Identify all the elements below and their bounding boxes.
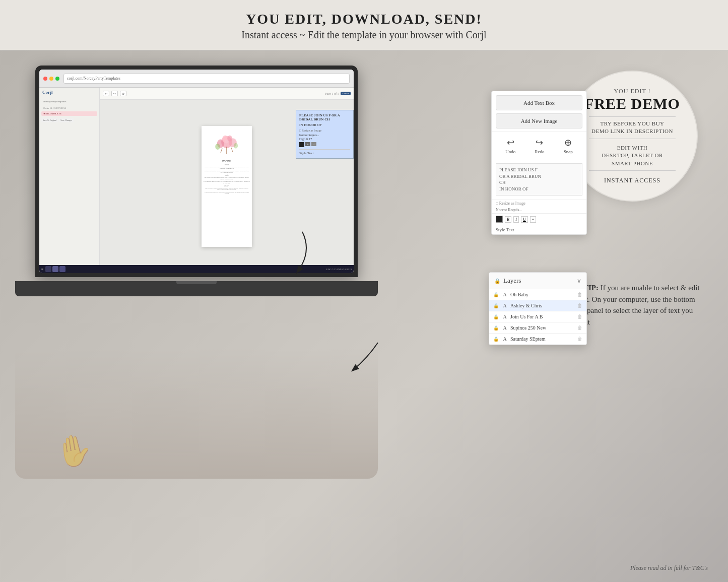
- orders-btn[interactable]: Orders: [341, 92, 351, 95]
- underline-btn[interactable]: U: [521, 216, 528, 223]
- nav-brand: NorcayPartyTemplates: [41, 99, 97, 104]
- snap-control[interactable]: ⊕ Snap: [564, 137, 573, 154]
- demo-you-edit-label: YOU EDIT !: [614, 88, 650, 95]
- browser-chrome: corjl.com/NorcayPartyTemplates: [39, 70, 354, 88]
- layer-lock-icon: 🔒: [493, 337, 499, 342]
- layer-lock-icon: 🔒: [493, 303, 499, 308]
- editor-canvas-area: menu entrée CRISPY PEKING DUCK ROLL SWEE…: [100, 100, 354, 273]
- layer-delete-icon[interactable]: 🗑: [577, 303, 582, 308]
- taskbar-icon: [52, 266, 58, 272]
- layers-list: 🔒 A Oh Baby 🗑 🔒 A Ashley & Chris 🗑 🔒 A J…: [489, 289, 586, 345]
- style-text-label: Style Text: [496, 227, 514, 232]
- footer-note: Please read ad in full for T&C's: [630, 564, 708, 572]
- layer-item[interactable]: 🔒 A Ashley & Chris 🗑: [489, 300, 586, 311]
- layers-header: 🔒 Layers ∨: [489, 273, 586, 289]
- svg-point-5: [225, 140, 228, 143]
- corjl-sidebar: Corjl NorcayPartyTemplates Order Id: 150…: [39, 88, 100, 273]
- redo-icon: ↪: [535, 137, 544, 148]
- layers-title-text: Layers: [503, 277, 521, 285]
- taskbar-icon: [59, 266, 65, 272]
- layer-delete-icon[interactable]: 🗑: [577, 325, 582, 331]
- add-new-image-button[interactable]: Add New Image: [496, 113, 582, 128]
- layer-delete-icon[interactable]: 🗑: [577, 314, 582, 319]
- undo-label: Undo: [505, 149, 515, 154]
- layer-type-icon: A: [501, 314, 508, 319]
- top-banner: YOU EDIT, DOWNLOAD, SEND! Instant access…: [0, 0, 728, 50]
- taskbar-icon: [45, 266, 51, 272]
- menu-card: menu entrée CRISPY PEKING DUCK ROLL SWEE…: [202, 126, 252, 247]
- snap-label: Snap: [564, 149, 573, 154]
- italic-btn[interactable]: I: [513, 216, 519, 223]
- layer-type-icon: A: [501, 303, 508, 308]
- layer-name: Supinos 250 New: [510, 325, 577, 331]
- hand-icon: ✋: [52, 430, 96, 472]
- main-title: YOU EDIT, DOWNLOAD, SEND!: [0, 11, 728, 27]
- snap-toolbar-btn[interactable]: ⊕: [120, 91, 126, 96]
- layer-type-icon: A: [501, 336, 508, 342]
- layer-lock-icon: 🔒: [493, 292, 499, 297]
- add-text-box-button[interactable]: Add Text Box: [496, 95, 582, 110]
- svg-point-7: [234, 143, 238, 149]
- layer-item[interactable]: 🔒 A Oh Baby 🗑: [489, 289, 586, 300]
- demo-instant-label: INSTANT ACCESS: [604, 177, 660, 184]
- editor-toolbar: ↩ ↪ ⊕ Page 1 of 1 Orders: [100, 88, 354, 100]
- style-text-row: Style Text: [492, 225, 586, 234]
- url-bar[interactable]: corjl.com/NorcayPartyTemplates: [63, 74, 350, 84]
- align-left-btn[interactable]: ≡: [530, 216, 537, 223]
- laptop-notch: [176, 281, 217, 284]
- layer-item[interactable]: 🔒 A Saturday SEptem 🗑: [489, 334, 586, 345]
- laptop-screen-outer: corjl.com/NorcayPartyTemplates Corjl Nor…: [35, 66, 358, 277]
- snap-icon: ⊕: [564, 137, 573, 148]
- layer-lock-icon: 🔒: [493, 326, 499, 331]
- layer-delete-icon[interactable]: 🗑: [577, 292, 582, 297]
- layer-name: Saturday SEptem: [510, 336, 577, 342]
- main-area: corjl.com/NorcayPartyTemplates Corjl Nor…: [0, 50, 728, 582]
- layer-item[interactable]: 🔒 A Join Us For A B 🗑: [489, 311, 586, 322]
- corjl-logo: Corjl: [39, 88, 99, 97]
- corjl-nav: NorcayPartyTemplates Order Id: 150975019…: [39, 97, 99, 124]
- redo-label: Redo: [535, 149, 544, 154]
- laptop-base: [15, 281, 378, 296]
- layer-delete-icon[interactable]: 🗑: [577, 336, 582, 342]
- undo-icon: ↩: [505, 137, 515, 148]
- taskbar-icons: [45, 266, 65, 272]
- maximize-dot[interactable]: [55, 77, 59, 81]
- panel-text-preview: PLEASE JOIN US FOR A BRIDAL BRUNCHIN HON…: [496, 163, 582, 196]
- layer-name: Join Us For A B: [510, 314, 577, 319]
- close-dot[interactable]: [43, 77, 47, 81]
- demo-divider-3: [589, 170, 676, 171]
- canvas-panel: menu entrée CRISPY PEKING DUCK ROLL SWEE…: [100, 100, 354, 273]
- layers-panel: 🔒 Layers ∨ 🔒 A Oh Baby 🗑 🔒 A Ashley & Ch…: [489, 272, 587, 345]
- sub-title: Instant access ~ Edit the template in yo…: [0, 29, 728, 41]
- browser-content: Corjl NorcayPartyTemplates Order Id: 150…: [39, 88, 354, 273]
- save-original-btn[interactable]: Save To Original: [41, 118, 58, 122]
- layers-title: 🔒 Layers: [494, 277, 521, 285]
- color-swatch[interactable]: [496, 216, 503, 223]
- browser-dots: [43, 77, 59, 81]
- layer-type-icon: A: [501, 325, 508, 331]
- svg-point-6: [215, 144, 220, 150]
- layer-name: Ashley & Chris: [510, 303, 577, 308]
- minimize-dot[interactable]: [49, 77, 53, 81]
- layer-name: Oh Baby: [510, 292, 577, 297]
- bold-btn[interactable]: B: [505, 216, 511, 223]
- save-changes-btn[interactable]: Save Changes: [59, 118, 74, 122]
- panel-controls: ↩ Undo ↪ Redo ⊕ Snap: [492, 132, 586, 159]
- redo-toolbar-btn[interactable]: ↪: [111, 91, 118, 96]
- demo-divider-2: [589, 139, 676, 139]
- demo-free-demo-label: FREE DEMO: [584, 96, 680, 111]
- floral-decoration: [212, 126, 242, 161]
- undo-control[interactable]: ↩ Undo: [505, 137, 515, 154]
- corjl-panel-overlay: Add Text Box Add New Image ↩ Undo ↪ Redo…: [491, 91, 587, 235]
- editor-main: ↩ ↪ ⊕ Page 1 of 1 Orders: [100, 88, 354, 273]
- redo-control[interactable]: ↪ Redo: [535, 137, 544, 154]
- taskbar: ⊞ ENG 7:25 PM 6/18/2019: [39, 265, 354, 273]
- layer-lock-icon: 🔒: [493, 314, 499, 319]
- demo-edit-with-text: EDIT WITH DESKTOP, TABLET OR SMART PHONE: [602, 144, 663, 167]
- demo-divider-1: [589, 116, 676, 117]
- layer-item[interactable]: 🔒 A Supinos 250 New 🗑: [489, 322, 586, 334]
- undo-toolbar-btn[interactable]: ↩: [103, 91, 109, 96]
- demo-try-before-text: TRY BEFORE YOU BUY DEMO LINK IN DESCRIPT…: [591, 120, 673, 136]
- chevron-down-icon[interactable]: ∨: [577, 277, 581, 285]
- panel-format-row: B I U ≡: [492, 213, 586, 225]
